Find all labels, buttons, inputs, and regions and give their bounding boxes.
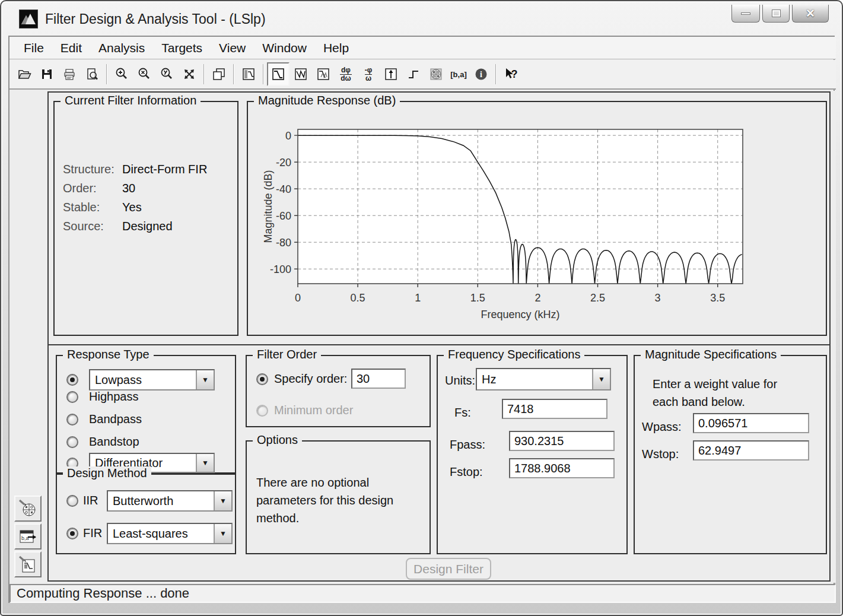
wstop-input[interactable] <box>693 440 809 461</box>
magnitude-specifications-title: Magnitude Specifications <box>641 348 781 361</box>
pole-zero-editor-icon <box>18 498 38 519</box>
fstop-label: Fstop: <box>450 465 483 479</box>
fir-method-dropdown[interactable]: Least-squares ▼ <box>107 523 233 544</box>
dropdown-arrow-button: ▼ <box>592 369 610 389</box>
new-session-icon <box>212 67 226 81</box>
svg-text:1: 1 <box>415 292 421 304</box>
specify-order-input[interactable] <box>351 369 406 389</box>
filter-coefficients-button[interactable]: [b,a] <box>447 62 470 86</box>
iir-radio[interactable] <box>66 495 78 507</box>
magnitude-response-button[interactable] <box>267 62 290 86</box>
maximize-button[interactable] <box>762 5 790 23</box>
filter-order-panel: Filter Order Specify order: Minimum orde… <box>246 355 431 427</box>
zoom-y-button[interactable] <box>155 62 178 86</box>
svg-text:1.5: 1.5 <box>470 292 485 304</box>
impulse-response-button[interactable] <box>380 62 402 86</box>
impulse-response-icon <box>384 67 398 81</box>
pole-zero-plot-icon <box>429 67 443 81</box>
import-filter-panel-button[interactable]: b,a <box>14 523 42 550</box>
full-view-arrows-icon <box>182 67 196 81</box>
fs-input[interactable] <box>502 399 607 419</box>
titlebar: Filter Design & Analysis Tool - (LSlp) ✕ <box>5 4 838 34</box>
menu-help[interactable]: Help <box>315 39 357 58</box>
save-button[interactable] <box>36 62 58 86</box>
info-icon: i <box>474 67 488 81</box>
fpass-input[interactable] <box>509 431 615 451</box>
toolbar-separator <box>263 64 264 84</box>
chevron-down-icon: ▼ <box>220 529 227 538</box>
menubar: File Edit Analysis Targets View Window H… <box>9 37 836 59</box>
highpass-label: Highpass <box>89 390 138 404</box>
zoom-in-button[interactable] <box>110 62 133 86</box>
minimum-order-radio[interactable] <box>256 405 268 417</box>
chevron-down-icon: ▼ <box>202 376 209 384</box>
menu-analysis[interactable]: Analysis <box>90 39 153 58</box>
step-response-button[interactable] <box>402 62 425 86</box>
window-title: Filter Design & Analysis Tool - (LSlp) <box>45 11 266 27</box>
full-view-button[interactable] <box>178 62 201 86</box>
minimize-button[interactable] <box>731 5 760 23</box>
chevron-down-icon: ▼ <box>598 375 605 383</box>
iir-method-value: Butterworth <box>108 494 214 508</box>
pole-zero-editor-panel-button[interactable] <box>14 496 42 522</box>
zoom-in-icon <box>114 67 129 81</box>
wpass-input[interactable] <box>693 413 809 433</box>
new-session-button[interactable] <box>208 62 230 86</box>
lowpass-type-dropdown[interactable]: Lowpass ▼ <box>89 369 215 390</box>
print-preview-button[interactable] <box>81 62 103 86</box>
options-text: There are no optional parameters for thi… <box>256 474 412 527</box>
structure-value: Direct-Form FIR <box>120 163 207 176</box>
design-filter-button[interactable]: Design Filter <box>406 558 491 580</box>
magnitude-specifications-panel: Magnitude Specifications Enter a weight … <box>634 355 827 554</box>
bandpass-radio[interactable] <box>66 414 78 426</box>
zoom-x-button[interactable] <box>133 62 155 86</box>
lowpass-radio[interactable] <box>66 374 78 386</box>
group-delay-response-button[interactable]: dφdω <box>335 62 357 86</box>
pole-zero-plot-button[interactable] <box>425 62 447 86</box>
close-button[interactable]: ✕ <box>792 5 829 23</box>
context-help-button[interactable]: ? <box>500 62 522 86</box>
stable-value: Yes <box>120 201 207 214</box>
specify-order-radio[interactable] <box>256 373 268 385</box>
menu-window[interactable]: Window <box>254 39 315 58</box>
phase-response-icon <box>294 67 308 81</box>
svg-text:-100: -100 <box>270 263 291 275</box>
menu-edit[interactable]: Edit <box>52 39 90 58</box>
weight-note-line1: Enter a weight value for <box>653 375 777 393</box>
fir-radio[interactable] <box>66 528 78 539</box>
toolbar-separator <box>495 64 497 84</box>
menu-file[interactable]: File <box>15 39 52 58</box>
menu-targets[interactable]: Targets <box>153 39 211 58</box>
open-button[interactable] <box>13 62 36 86</box>
phase-delay-response-button[interactable]: -φω <box>357 62 380 86</box>
close-icon: ✕ <box>806 8 815 19</box>
status-text: Computing Response ... done <box>17 586 189 601</box>
fstop-input[interactable] <box>509 458 615 478</box>
zoom-y-icon <box>160 67 174 81</box>
units-dropdown[interactable]: Hz ▼ <box>476 368 611 390</box>
filter-specifications-button[interactable] <box>237 62 260 86</box>
iir-method-dropdown[interactable]: Butterworth ▼ <box>107 490 233 512</box>
wstop-label: Wstop: <box>642 447 679 461</box>
magnitude-and-phase-button[interactable] <box>312 62 335 86</box>
phase-response-button[interactable] <box>290 62 312 86</box>
fs-label: Fs: <box>454 406 471 420</box>
lowpass-type-value: Lowpass <box>90 373 196 387</box>
filter-specifications-icon <box>241 67 256 81</box>
response-type-title: Response Type <box>63 348 154 361</box>
design-filter-panel-button[interactable] <box>14 551 42 577</box>
menu-view[interactable]: View <box>211 39 254 58</box>
weight-note-line2: each band below. <box>653 393 745 411</box>
print-button[interactable] <box>58 62 81 86</box>
filter-information-button[interactable]: i <box>470 62 492 86</box>
svg-text:Frequency (kHz): Frequency (kHz) <box>481 309 559 320</box>
filter-order-title: Filter Order <box>253 348 321 361</box>
structure-label: Structure: <box>63 163 120 176</box>
svg-text:i: i <box>480 70 482 79</box>
order-label: Order: <box>63 182 120 195</box>
highpass-radio[interactable] <box>66 391 78 403</box>
bandstop-label: Bandstop <box>89 435 139 449</box>
zoom-x-icon <box>137 67 151 81</box>
bandstop-radio[interactable] <box>66 436 78 448</box>
magnitude-response-chart: 0-20-40-60-80-10000.511.522.533.5Frequen… <box>261 120 765 322</box>
